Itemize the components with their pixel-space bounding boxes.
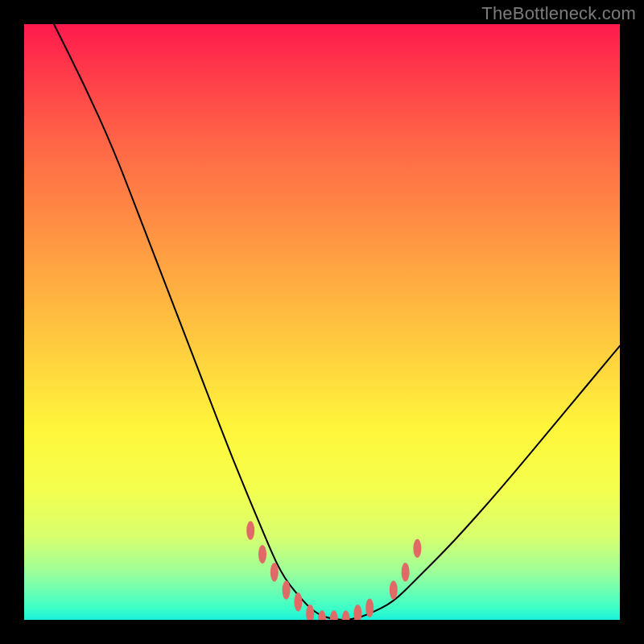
curve-marker xyxy=(365,599,374,617)
curve-marker xyxy=(258,545,266,564)
chart-svg xyxy=(24,24,620,620)
curve-marker xyxy=(318,610,326,620)
curve-marker xyxy=(283,580,291,599)
watermark-text: TheBottleneck.com xyxy=(481,3,636,24)
curve-marker xyxy=(330,610,338,620)
curve-marker xyxy=(390,580,398,599)
curve-marker xyxy=(402,563,410,581)
curve-marker xyxy=(306,605,314,620)
curve-marker xyxy=(413,539,421,558)
curve-marker xyxy=(294,592,302,611)
curve-marker xyxy=(246,521,254,539)
bottleneck-curve xyxy=(54,24,620,620)
curve-marker xyxy=(270,563,279,581)
bottom-marker-group xyxy=(246,521,421,620)
curve-marker xyxy=(342,610,350,620)
plot-area xyxy=(24,24,620,620)
chart-frame: TheBottleneck.com xyxy=(0,0,644,644)
curve-marker xyxy=(353,605,361,620)
